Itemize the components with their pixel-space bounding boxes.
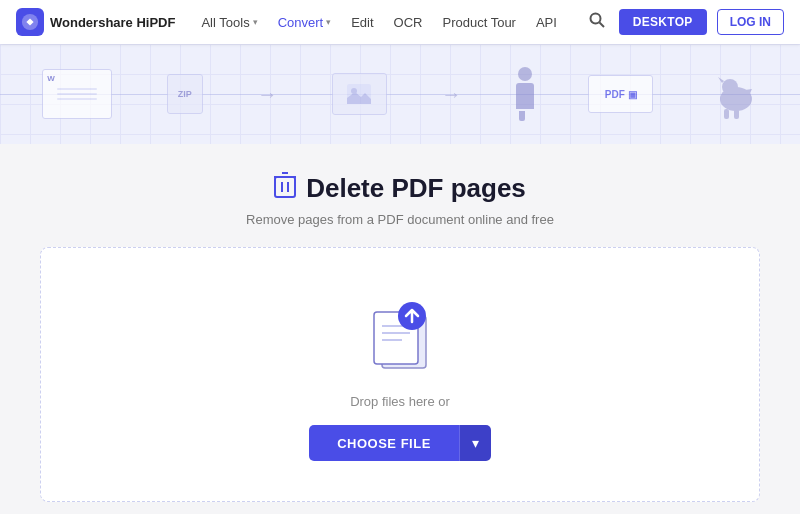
choose-file-button[interactable]: CHOOSE FILE bbox=[309, 425, 459, 461]
trash-icon bbox=[274, 172, 296, 204]
nav-api[interactable]: API bbox=[528, 9, 565, 36]
brand-logo[interactable]: Wondershare HiPDF bbox=[16, 8, 175, 36]
svg-point-6 bbox=[722, 79, 738, 95]
navbar: Wondershare HiPDF All Tools ▾ Convert ▾ … bbox=[0, 0, 800, 44]
page-title: Delete PDF pages bbox=[306, 173, 526, 204]
circuit-line bbox=[0, 94, 800, 95]
nav-right: DESKTOP LOG IN bbox=[585, 8, 784, 36]
nav-ocr[interactable]: OCR bbox=[386, 9, 431, 36]
drop-zone[interactable]: Drop files here or CHOOSE FILE ▾ bbox=[40, 247, 760, 502]
chevron-down-icon: ▾ bbox=[326, 17, 331, 27]
svg-rect-9 bbox=[275, 177, 295, 197]
nav-product-tour[interactable]: Product Tour bbox=[434, 9, 523, 36]
logo-icon bbox=[16, 8, 44, 36]
choose-file-dropdown-button[interactable]: ▾ bbox=[459, 425, 491, 461]
svg-rect-7 bbox=[724, 109, 729, 119]
svg-rect-8 bbox=[734, 109, 739, 119]
upload-svg bbox=[360, 298, 440, 370]
nav-all-tools[interactable]: All Tools ▾ bbox=[193, 9, 265, 36]
desktop-button[interactable]: DESKTOP bbox=[619, 9, 707, 35]
nav-links: All Tools ▾ Convert ▾ Edit OCR Product T… bbox=[193, 9, 584, 36]
nav-convert[interactable]: Convert ▾ bbox=[270, 9, 340, 36]
chevron-down-icon: ▾ bbox=[253, 17, 258, 27]
drop-text: Drop files here or bbox=[350, 394, 450, 409]
main-content: Delete PDF pages Remove pages from a PDF… bbox=[0, 144, 800, 514]
choose-file-wrapper: CHOOSE FILE ▾ bbox=[309, 425, 491, 461]
svg-line-2 bbox=[599, 23, 604, 28]
page-title-wrapper: Delete PDF pages bbox=[274, 172, 526, 204]
upload-icon bbox=[360, 298, 440, 374]
login-button[interactable]: LOG IN bbox=[717, 9, 784, 35]
svg-point-1 bbox=[590, 14, 600, 24]
search-button[interactable] bbox=[585, 8, 609, 36]
chevron-down-icon: ▾ bbox=[472, 435, 479, 451]
hero-banner: W ZIP → → PDF ▣ bbox=[0, 44, 800, 144]
brand-name: Wondershare HiPDF bbox=[50, 15, 175, 30]
nav-edit[interactable]: Edit bbox=[343, 9, 381, 36]
page-subtitle: Remove pages from a PDF document online … bbox=[246, 212, 554, 227]
